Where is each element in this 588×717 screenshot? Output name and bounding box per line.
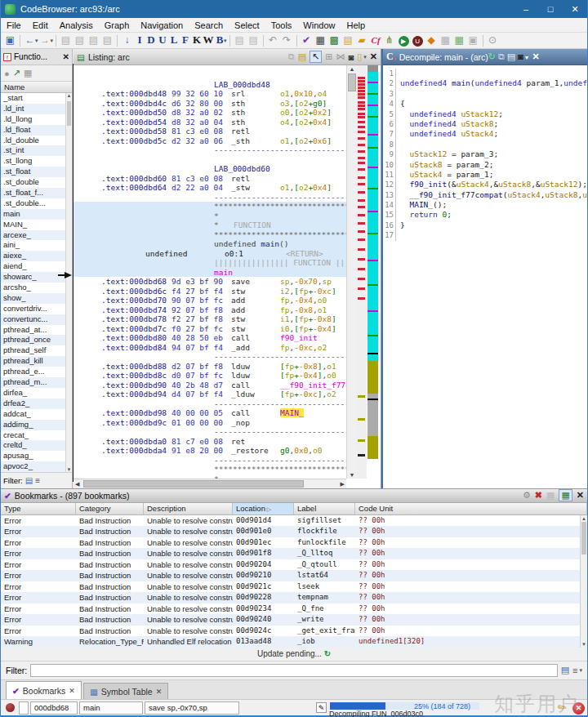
listing-line[interactable] [74,70,346,80]
listing-line[interactable]: .text:000dbd6081 c3 e0 08retl [74,174,346,184]
decompile-line[interactable]: 8 [383,140,588,149]
table-export-icon[interactable]: ▦ [559,489,572,501]
letter-D-icon[interactable]: D [145,33,157,47]
listing-vscrollbar[interactable]: ▲ ▼ [346,65,357,479]
table-icon[interactable]: ▦ [439,33,452,47]
function-list-item[interactable]: MAIN_ [1,220,72,230]
down-arrow-icon[interactable]: ↓ [120,33,134,47]
function-list-item[interactable]: pthread_m... [1,377,72,388]
paste-icon-b[interactable]: ▤ [247,33,261,47]
assist-icon[interactable]: ⊙ [486,33,500,47]
listing-line[interactable] [74,155,346,165]
scroll-up-icon[interactable]: ▲ [581,516,587,521]
listing-line[interactable]: .text:000dbda491 e8 20 00_restoreg0,0x0,… [74,446,346,456]
bookmark-row[interactable]: ErrorBad InstructionUnable to resolve co… [1,614,587,626]
bookmarks-scrollbar[interactable]: ▲ ▼ [580,515,587,648]
menu-search[interactable]: Search [189,18,229,33]
call-tree-icon[interactable]: ⋔ [383,33,397,47]
listing-line[interactable]: LAB_000dbd48 [74,80,346,90]
listing-line[interactable]: .text:000dbd4cd6 32 80 00stho3,[o2+g0] [74,99,346,109]
decompiler-icon[interactable]: Cf [369,33,383,47]
decompile-line[interactable]: 17 [383,230,588,240]
listing-line[interactable]: main [74,268,346,278]
function-list-item[interactable]: pthread_self [1,345,72,356]
decompile-header[interactable]: C, Decompile: main - (arc) ↻ ⧉ ▤ ◙ ▼ ✕ [383,49,588,65]
save-icon[interactable]: ▣ [3,33,17,47]
export-function-icon[interactable]: ▤ [507,51,515,61]
function-list-item[interactable]: convertdriv... [1,304,72,314]
bookmark-row[interactable]: ErrorBad InstructionUnable to resolve co… [1,526,587,537]
bookmarks-header[interactable]: ✔ Bookmarks - (897 bookmarks) ⚙ ✖ ▦ ▦ ✕ [1,489,587,503]
play-icon[interactable]: ▶ [397,33,411,47]
function-list-item[interactable]: creltd_ [1,440,72,451]
function-list-item[interactable]: .st_double... [1,198,72,209]
function-list-item[interactable]: .st_float_f... [1,188,72,198]
bookmark-row[interactable]: ErrorBad InstructionUnable to resolve co… [1,537,587,549]
listing-line[interactable]: -------------------------------------- [74,145,346,155]
menu-edit[interactable]: Edit [27,18,54,33]
bookmarks-filter-input[interactable] [30,664,557,677]
tab-symbol-table[interactable]: ▦Symbol Table✕ [83,683,168,699]
listing-line[interactable]: -------------------------------------- [74,427,346,437]
function-list-item[interactable]: pthread_e... [1,367,72,377]
function-list-item[interactable]: apusag_ [1,451,72,461]
validate-icon[interactable]: ✔ [300,33,314,47]
listing-hscrollbar[interactable]: ◀ ▶ [74,479,346,488]
delete-bookmark-icon[interactable]: ✖ [535,490,542,501]
letter-F-icon[interactable]: F [180,33,191,47]
archive-folder-icon[interactable]: ▰ [355,33,369,47]
undo-icon[interactable]: ↶ [266,33,280,47]
listing-line[interactable]: .text:000dbd689d e3 bf 90savesp,-0x70,sp [74,277,346,287]
book-icon-c[interactable]: ▤ [87,33,100,47]
bookmarks-close-icon[interactable]: ✕ [577,490,584,501]
notepad-icon[interactable]: ▤ [341,33,355,47]
bookmark-row[interactable]: ErrorBad InstructionUnable to resolve co… [1,592,587,603]
book-icon-b[interactable]: ▤ [73,33,87,47]
listing-line[interactable]: .text:000dbda081 c7 e0 08ret [74,437,346,447]
function-list-item[interactable]: convertunc... [1,314,72,325]
close-button[interactable]: ✕ [563,0,587,18]
listing-line[interactable]: .text:000dbd6cf4 27 bf f4stwi2,[fp+-0xc] [74,287,346,296]
decompile-line[interactable]: 1 [383,69,588,78]
decompile-line[interactable]: 7 undefined4 uStack4; [383,129,588,139]
listing-line[interactable]: .text:000dbd78f2 27 bf f8stwi1,[fp+-0x8] [74,314,346,324]
function-list-item[interactable]: pthread_kill [1,356,72,367]
book-icon-a[interactable]: ▤ [59,33,73,47]
function-list-item[interactable]: pthread_once [1,335,72,345]
bookmark-row[interactable]: ErrorBad InstructionUnable to resolve co… [1,603,587,615]
cursor-tool-icon[interactable]: ↖ [310,51,322,63]
menu-analysis[interactable]: Analysis [54,18,99,33]
bookmark-row[interactable]: ErrorBad InstructionUnable to resolve co… [1,570,587,581]
bookmark-row[interactable]: ErrorBad InstructionUnable to resolve co… [1,559,587,571]
decompile-line[interactable]: 15 return 0; [383,210,588,220]
listing-line[interactable]: .text:000dbd54d8 32 a0 04stho4,[o2+0x4] [74,118,346,127]
debug-icon[interactable]: U [411,33,425,47]
function-list-item[interactable]: apvoc2_ [1,461,72,472]
listing-line[interactable]: -------------------------------------- [74,399,346,409]
column-header-code-unit[interactable]: Code Unit [355,503,587,514]
menu-help[interactable]: Help [341,18,371,33]
cancel-task-button[interactable]: ✕ [572,702,585,715]
filter-settings-icon[interactable]: ≡ [572,666,577,675]
function-list-item[interactable]: main [1,209,72,220]
letter-I-icon[interactable]: I [134,33,145,47]
listing-line[interactable]: .text:000dbd8494 07 bf f4_addfp,-0xc,o2 [74,343,346,353]
byte-viewer-icon[interactable]: ▦ [314,33,327,47]
function-list-item[interactable]: _start [1,93,72,104]
functions-tab[interactable]: f Functio... ✕ [1,49,72,65]
name-column-header[interactable]: Name [1,82,72,93]
listing-header[interactable]: ▤ Listing: arc ⧉ ▤ ↖ ⊞ ⋈ ◙ ▯▾ ✕ [74,49,381,65]
copy-icon[interactable]: ⧉ [288,51,295,62]
listing-line[interactable]: ************************************** [74,202,346,212]
listing-line[interactable]: .text:000dbd88d2 07 bf f8lduw[fp+-0x8],o… [74,362,346,372]
menu-navigation[interactable]: Navigation [135,18,189,33]
listing-line[interactable]: .text:000dbd50d8 32 a0 02stho0,[o2+0x2] [74,108,346,118]
bookmark-row[interactable]: ErrorBad InstructionUnable to resolve co… [1,626,587,637]
listing-close-icon[interactable]: ✕ [370,51,377,62]
chevron-down-icon[interactable]: ▼ [524,55,530,60]
menu-file[interactable]: File [1,18,27,33]
listing-line[interactable]: .text:000dbd8040 28 50 ebcallf90_init [74,333,346,343]
export-icon[interactable]: ↗ [13,68,20,78]
function-list-item[interactable]: .ld_double [1,136,72,146]
filter-doc-icon[interactable]: ▤ [25,476,33,485]
